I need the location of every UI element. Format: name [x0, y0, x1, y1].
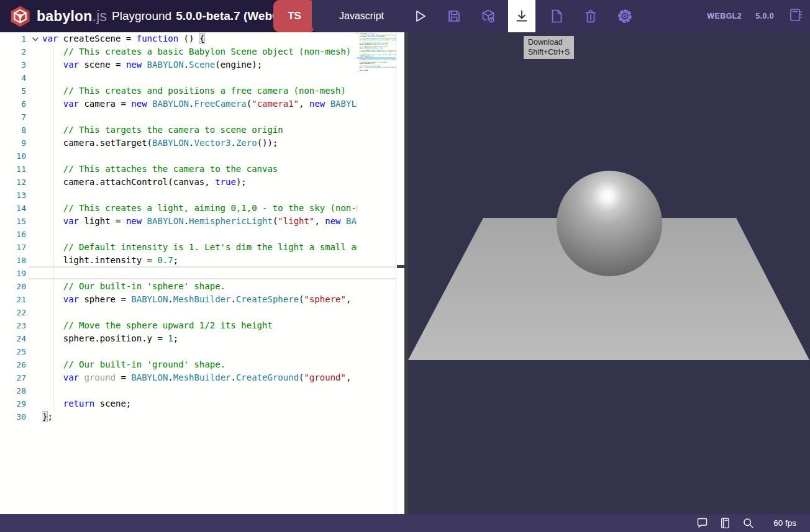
code-line[interactable] — [42, 267, 357, 280]
line-number-gutter[interactable]: 1234567891011121314151617181920212223242… — [0, 32, 26, 423]
line-number[interactable]: 23 — [0, 319, 26, 332]
line-number[interactable]: 26 — [0, 358, 26, 371]
line-number[interactable]: 30 — [0, 410, 26, 423]
code-line[interactable]: light.intensity = 0.7; — [42, 254, 357, 267]
line-number[interactable]: 1 — [0, 32, 26, 45]
line-number[interactable]: 7 — [0, 110, 26, 124]
line-number[interactable]: 11 — [0, 163, 26, 176]
line-number[interactable]: 12 — [0, 176, 26, 189]
inspector-button[interactable] — [475, 0, 502, 32]
line-number[interactable]: 17 — [0, 241, 26, 254]
line-number[interactable]: 18 — [0, 254, 26, 267]
line-number[interactable]: 6 — [0, 97, 26, 110]
settings-button[interactable] — [611, 0, 639, 32]
line-number[interactable]: 8 — [0, 124, 26, 137]
code-line[interactable]: // Our built-in 'sphere' shape. — [42, 280, 357, 293]
examples-icon — [788, 7, 804, 23]
code-line[interactable]: // This creates and positions a free cam… — [42, 84, 357, 97]
save-button[interactable] — [440, 0, 468, 32]
code-line[interactable]: return scene; — [42, 397, 357, 410]
sphere-mesh — [557, 171, 662, 276]
save-icon — [446, 8, 462, 24]
line-number[interactable]: 9 — [0, 137, 26, 150]
code-line[interactable]: // Our built-in 'ground' shape. — [42, 358, 357, 371]
code-line[interactable] — [42, 71, 357, 84]
typescript-toggle-button[interactable]: TS — [273, 0, 316, 32]
brand-name: babylon.js — [37, 8, 107, 25]
line-number[interactable]: 20 — [0, 280, 26, 293]
line-number[interactable]: 3 — [0, 58, 26, 71]
line-number[interactable]: 27 — [0, 371, 26, 384]
minimap-line[interactable]: var ground = BABYLON.MeshBuilder.CreateG… — [357, 67, 396, 68]
new-button[interactable] — [543, 0, 570, 32]
code-line[interactable]: camera.setTarget(BABYLON.Vector3.Zero())… — [42, 137, 357, 150]
code-line[interactable]: var scene = new BABYLON.Scene(engine); — [42, 58, 357, 71]
line-number[interactable]: 5 — [0, 84, 26, 97]
line-number[interactable]: 10 — [0, 150, 26, 163]
fps-counter: 60 fps — [773, 518, 796, 528]
code-line[interactable]: var ground = BABYLON.MeshBuilder.CreateG… — [42, 371, 357, 384]
comments-button[interactable] — [696, 516, 709, 530]
code-line[interactable]: var light = new BABYLON.HemisphericLight… — [42, 215, 357, 228]
toolbar: Javascript — [312, 0, 810, 32]
gear-icon — [617, 8, 633, 24]
code-line[interactable]: sphere.position.y = 1; — [42, 332, 357, 345]
line-number[interactable]: 19 — [0, 267, 26, 280]
code-line[interactable]: camera.attachControl(canvas, true); — [42, 176, 357, 189]
editor-canvas-splitter[interactable] — [396, 32, 404, 514]
code-line[interactable] — [42, 384, 357, 397]
babylon-playground-app: babylon.js Playground 5.0.0-beta.7 (WebG… — [0, 0, 810, 532]
code-line[interactable]: // This attaches the camera to the canva… — [42, 163, 357, 176]
minimap-line[interactable]: var camera = new BABYLON.FreeCamera("cam… — [357, 40, 396, 41]
code-editor[interactable]: 1234567891011121314151617181920212223242… — [0, 32, 396, 514]
code-line[interactable] — [42, 306, 357, 319]
line-number[interactable]: 2 — [0, 45, 26, 58]
brand[interactable]: babylon.js — [9, 0, 107, 32]
examples-button[interactable] — [788, 7, 804, 25]
zoom-button[interactable] — [742, 516, 755, 530]
clear-button[interactable] — [577, 0, 604, 32]
fold-toggle[interactable] — [31, 35, 40, 43]
line-number[interactable]: 14 — [0, 202, 26, 215]
code-line[interactable]: var sphere = BABYLON.MeshBuilder.CreateS… — [42, 293, 357, 306]
code-line[interactable]: // Move the sphere upward 1/2 its height — [42, 319, 357, 332]
minimap[interactable]: var createScene = function () { // This … — [357, 34, 396, 77]
download-button[interactable] — [508, 0, 535, 32]
code-line[interactable]: // This creates a basic Babylon Scene ob… — [42, 45, 357, 58]
code-line[interactable] — [42, 345, 357, 358]
line-number[interactable]: 24 — [0, 332, 26, 345]
minimap-line[interactable]: var light = new BABYLON.HemisphericLight… — [357, 52, 396, 53]
code-line[interactable] — [42, 150, 357, 163]
minimap-line[interactable]: var sphere = BABYLON.MeshBuilder.CreateS… — [357, 60, 396, 61]
code-line[interactable]: // This targets the camera to scene orig… — [42, 124, 357, 137]
run-button[interactable] — [406, 0, 434, 32]
code-line[interactable]: var camera = new BABYLON.FreeCamera("cam… — [42, 97, 357, 110]
line-number[interactable]: 13 — [0, 189, 26, 202]
trash-icon — [583, 8, 599, 24]
line-number[interactable]: 28 — [0, 384, 26, 397]
code-line[interactable] — [42, 189, 357, 202]
line-number[interactable]: 29 — [0, 397, 26, 410]
status-bar: 60 fps — [0, 514, 810, 532]
line-number[interactable]: 4 — [0, 71, 26, 84]
code-line[interactable]: }; — [42, 410, 357, 423]
comment-icon — [696, 516, 709, 530]
minimap-line[interactable]: }; — [357, 71, 396, 73]
line-number[interactable]: 15 — [0, 215, 26, 228]
code-line[interactable]: // This creates a light, aiming 0,1,0 - … — [42, 202, 357, 215]
code-line[interactable]: var createScene = function () { — [42, 32, 357, 45]
code-line[interactable]: // Default intensity is 1. Let's dim the… — [42, 241, 357, 254]
code-line[interactable] — [42, 110, 357, 124]
code-line[interactable] — [42, 228, 357, 241]
docs-button[interactable] — [719, 516, 732, 530]
line-number[interactable]: 21 — [0, 293, 26, 306]
tooltip-shortcut: Shift+Ctrl+S — [528, 47, 570, 57]
tooltip-title: Download — [528, 37, 570, 47]
new-file-icon — [548, 8, 565, 24]
line-number[interactable]: 16 — [0, 228, 26, 241]
render-canvas[interactable] — [404, 32, 810, 514]
code-content[interactable]: var createScene = function () { // This … — [42, 32, 357, 423]
page-title: Playground 5.0.0-beta.7 (WebGL2) — [112, 0, 299, 32]
line-number[interactable]: 25 — [0, 345, 26, 358]
line-number[interactable]: 22 — [0, 306, 26, 319]
